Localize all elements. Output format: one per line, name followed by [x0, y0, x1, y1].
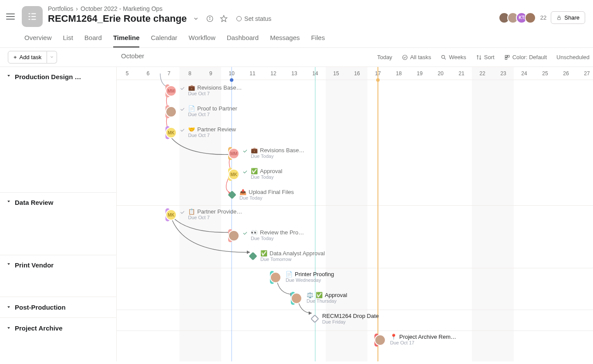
task-row[interactable]: 📄Printer Proofing Due Wednesday — [270, 271, 334, 284]
star-icon[interactable] — [219, 14, 229, 23]
task-row[interactable]: MM 💼Revisions Base… Due Today — [228, 147, 305, 160]
task-name: Printer Proofing — [295, 271, 334, 277]
assignee-avatar[interactable]: MM — [228, 148, 239, 159]
task-due: Due Oct 7 — [188, 91, 242, 96]
date-header: 5678910111213141516171819202122232425262… — [117, 67, 593, 80]
tab-files[interactable]: Files — [311, 31, 325, 47]
check-icon[interactable] — [242, 169, 248, 175]
check-icon[interactable] — [242, 230, 248, 236]
tab-overview[interactable]: Overview — [24, 31, 52, 47]
info-icon[interactable] — [205, 14, 215, 23]
assignee-avatar[interactable]: MK — [165, 127, 177, 138]
assignee-avatar[interactable] — [270, 272, 281, 283]
task-due: Due Tomorrow — [260, 257, 325, 262]
task-name: Partner Review — [197, 126, 236, 133]
tab-board[interactable]: Board — [84, 31, 102, 47]
caret-down-icon — [6, 261, 11, 267]
milestone-icon[interactable] — [228, 190, 236, 199]
share-button[interactable]: Share — [551, 11, 585, 24]
menu-toggle[interactable] — [3, 10, 17, 23]
check-circle-icon — [402, 54, 408, 60]
svg-rect-3 — [31, 16, 36, 17]
day-header: 7 — [158, 67, 179, 80]
sort-button[interactable]: Sort — [476, 54, 495, 60]
assignee-avatar[interactable]: MM — [165, 85, 177, 97]
task-row[interactable]: 📤Upload Final Files Due Today — [229, 189, 294, 200]
task-row[interactable]: RECM1264 Drop Date Due Friday — [312, 313, 379, 324]
day-header: 19 — [409, 67, 430, 80]
set-status-button[interactable]: Set status — [236, 15, 271, 22]
tab-dashboard[interactable]: Dashboard — [227, 31, 259, 47]
day-header: 23 — [493, 67, 514, 80]
day-header: 24 — [514, 67, 535, 80]
task-row[interactable]: MM 💼Revisions Base… Due Oct 7 — [165, 84, 242, 97]
assignee-avatar[interactable]: MK — [228, 169, 239, 180]
task-name: Project Archive Rem… — [399, 334, 456, 340]
add-task-button[interactable]: + Add task — [8, 51, 47, 63]
svg-rect-1 — [31, 13, 36, 14]
task-name: RECM1264 Drop Date — [322, 313, 379, 319]
checkmark-icon: ✅ — [251, 168, 258, 174]
task-row[interactable]: 👀Review the Pro… Due Today — [228, 229, 304, 242]
all-tasks-filter[interactable]: All tasks — [402, 54, 431, 60]
today-button[interactable]: Today — [377, 54, 392, 60]
task-row[interactable]: ⚖️ ✅Approval Due Thursday — [291, 292, 347, 305]
section-post-production[interactable]: Post-Production — [0, 297, 116, 317]
check-icon[interactable] — [179, 209, 185, 215]
day-header: 11 — [242, 67, 263, 80]
caret-down-icon — [6, 304, 11, 310]
assignee-avatar[interactable] — [228, 230, 239, 241]
task-row[interactable]: ✅Data Analyst Approval Due Tomorrow — [250, 250, 325, 262]
tab-calendar[interactable]: Calendar — [151, 31, 177, 47]
tab-workflow[interactable]: Workflow — [189, 31, 215, 47]
task-name: Approval — [325, 292, 347, 298]
day-header: 22 — [472, 67, 493, 80]
assignee-avatar[interactable]: MK — [165, 209, 177, 220]
task-row[interactable]: 📄Proof to Partner Due Oct 7 — [165, 105, 237, 118]
tab-list[interactable]: List — [63, 31, 73, 47]
section-label: Production Design … — [15, 73, 81, 80]
svg-line-13 — [445, 58, 446, 59]
lock-icon — [556, 15, 562, 20]
section-label: Post-Production — [15, 304, 66, 311]
breadcrumb-leaf[interactable]: October 2022 - Marketing Ops — [81, 5, 162, 12]
chevron-down-icon[interactable] — [191, 14, 201, 23]
task-row[interactable]: MK 📋Partner Provide… Due Oct 7 — [165, 208, 242, 221]
section-production-design[interactable]: Production Design … — [0, 67, 116, 87]
member-avatars[interactable]: KT — [501, 12, 536, 23]
today-dot-icon — [230, 78, 233, 82]
breadcrumb-root[interactable]: Portfolios — [48, 5, 73, 12]
milestone-icon[interactable] — [249, 252, 257, 260]
caret-down-icon — [6, 199, 11, 204]
svg-marker-20 — [7, 307, 10, 308]
task-row[interactable]: MK 🤝Partner Review Due Oct 7 — [165, 126, 236, 139]
section-data-review[interactable]: Data Review — [0, 193, 116, 213]
unscheduled-button[interactable]: Unscheduled — [556, 54, 590, 60]
check-icon[interactable] — [179, 106, 185, 112]
svg-marker-21 — [7, 327, 10, 329]
assignee-avatar[interactable] — [291, 293, 302, 304]
add-task-dropdown[interactable] — [47, 51, 57, 63]
tab-messages[interactable]: Messages — [270, 31, 300, 47]
day-header: 18 — [388, 67, 409, 80]
svg-point-8 — [210, 17, 210, 17]
check-icon[interactable] — [179, 85, 185, 91]
avatar — [525, 12, 536, 23]
assignee-avatar[interactable] — [374, 334, 386, 346]
briefcase-icon: 💼 — [251, 147, 258, 154]
share-label: Share — [564, 14, 580, 21]
project-title: RECM1264_Erie Route change — [48, 13, 187, 24]
check-icon[interactable] — [179, 127, 185, 133]
task-row[interactable]: MK ✅Approval Due Today — [228, 168, 282, 181]
task-row[interactable]: 📍Project Archive Rem… Due Oct 17 — [374, 334, 456, 347]
tab-timeline[interactable]: Timeline — [113, 31, 140, 47]
day-header: 13 — [284, 67, 305, 80]
caret-down-icon — [6, 73, 11, 78]
color-button[interactable]: Color: Default — [504, 54, 547, 60]
section-print-vendor[interactable]: Print Vendor — [0, 255, 116, 275]
assignee-avatar[interactable] — [165, 106, 177, 117]
zoom-selector[interactable]: Weeks — [441, 54, 466, 60]
check-icon[interactable] — [242, 148, 248, 154]
milestone-icon[interactable] — [310, 314, 319, 323]
section-project-archive[interactable]: Project Archive — [0, 318, 116, 338]
